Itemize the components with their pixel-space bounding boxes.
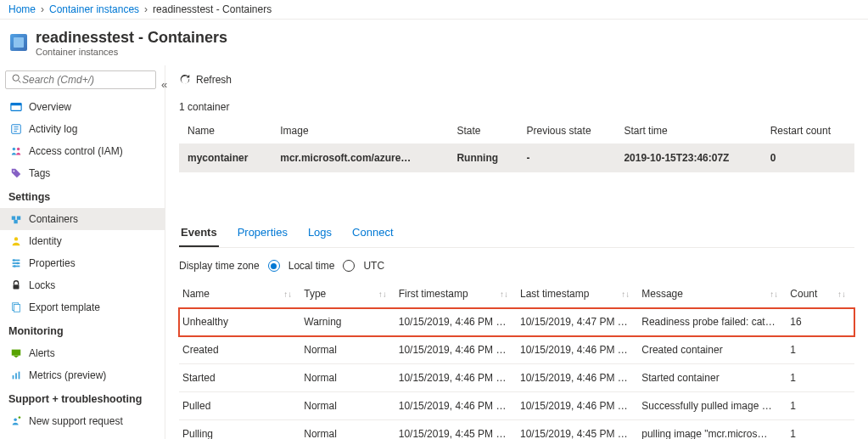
support-icon (10, 415, 22, 427)
event-cell-message: Readiness probe failed: cat… (638, 308, 787, 336)
event-row[interactable]: UnhealthyWarning10/15/2019, 4:46 PM PDT1… (179, 308, 854, 336)
event-row[interactable]: PullingNormal10/15/2019, 4:45 PM PDT10/1… (179, 420, 854, 440)
sidebar-item-overview[interactable]: Overview (0, 96, 165, 118)
event-cell-count: 1 (787, 420, 854, 440)
event-row[interactable]: StartedNormal10/15/2019, 4:46 PM PDT10/1… (179, 364, 854, 392)
svg-point-8 (13, 148, 16, 151)
sidebar-item-identity[interactable]: Identity (0, 230, 165, 252)
sidebar-item-label: New support request (29, 415, 123, 427)
cell-name: mycontainer (179, 144, 272, 172)
col-name[interactable]: Name (179, 118, 272, 144)
sidebar-item-label: Tags (29, 167, 50, 179)
sidebar-item-label: Overview (29, 101, 71, 113)
tab-events[interactable]: Events (179, 219, 219, 247)
sidebar-item-export-template[interactable]: Export template (0, 296, 165, 318)
event-cell-type: Normal (300, 336, 395, 364)
export-template-icon (10, 301, 22, 313)
cell-image: mcr.microsoft.com/azure… (272, 144, 448, 172)
tab-connect[interactable]: Connect (350, 219, 395, 247)
refresh-button[interactable]: Refresh (179, 74, 854, 101)
refresh-label: Refresh (196, 74, 232, 86)
sort-icon: ↑↓ (283, 290, 292, 299)
breadcrumb-current: readinesstest - Containers (153, 3, 272, 15)
event-cell-name: Created (179, 336, 300, 364)
svg-point-14 (14, 237, 18, 240)
svg-point-28 (14, 419, 17, 422)
event-cell-last: 10/15/2019, 4:46 PM PDT (517, 392, 638, 420)
sort-icon: ↑↓ (770, 290, 778, 299)
svg-point-20 (14, 265, 16, 267)
identity-icon (10, 235, 22, 247)
cell-start: 2019-10-15T23:46:07Z (615, 144, 761, 172)
event-cell-count: 16 (787, 308, 854, 336)
ecol-name[interactable]: Name↑↓ (179, 280, 300, 308)
sidebar-section-settings: Settings (0, 184, 165, 208)
sort-icon: ↑↓ (500, 290, 508, 299)
svg-rect-27 (19, 372, 20, 380)
radio-utc[interactable] (343, 260, 355, 272)
event-cell-message: Started container (638, 364, 787, 392)
event-cell-first: 10/15/2019, 4:46 PM PDT (395, 308, 517, 336)
event-cell-count: 1 (787, 364, 854, 392)
cell-state: Running (448, 144, 518, 172)
svg-point-9 (17, 148, 20, 151)
cell-prev: - (518, 144, 616, 172)
ecol-type[interactable]: Type↑↓ (300, 280, 395, 308)
event-row[interactable]: PulledNormal10/15/2019, 4:46 PM PDT10/15… (179, 392, 854, 420)
sidebar-item-label: Export template (29, 301, 100, 313)
event-row[interactable]: CreatedNormal10/15/2019, 4:46 PM PDT10/1… (179, 336, 854, 364)
metrics-icon (10, 369, 22, 381)
search-input[interactable] (22, 74, 150, 86)
sidebar-item-label: Properties (29, 257, 76, 269)
ecol-first[interactable]: First timestamp↑↓ (395, 280, 517, 308)
event-cell-type: Normal (300, 392, 395, 420)
event-cell-last: 10/15/2019, 4:47 PM PDT (517, 308, 638, 336)
col-restart-count[interactable]: Restart count (762, 118, 854, 144)
sidebar-item-label: Activity log (29, 123, 77, 135)
breadcrumb-home[interactable]: Home (8, 3, 36, 15)
resource-type-label: Container instances (36, 47, 227, 57)
svg-rect-21 (14, 284, 20, 289)
container-count-label: 1 container (179, 101, 854, 113)
tab-logs[interactable]: Logs (306, 219, 333, 247)
access-control-icon (10, 145, 22, 157)
event-cell-type: Normal (300, 420, 395, 440)
tab-properties[interactable]: Properties (236, 219, 289, 247)
ecol-count[interactable]: Count↑↓ (787, 280, 854, 308)
sidebar-item-properties[interactable]: Properties (0, 252, 165, 274)
chevron-right-icon: › (144, 3, 148, 15)
sidebar-item-locks[interactable]: Locks (0, 274, 165, 296)
container-row[interactable]: mycontainer mcr.microsoft.com/azure… Run… (179, 144, 854, 172)
ecol-message[interactable]: Message↑↓ (638, 280, 787, 308)
event-cell-count: 1 (787, 336, 854, 364)
cell-restart: 0 (762, 144, 854, 172)
col-image[interactable]: Image (272, 118, 448, 144)
col-start-time[interactable]: Start time (615, 118, 761, 144)
col-state[interactable]: State (448, 118, 518, 144)
sidebar-item-containers[interactable]: Containers (0, 208, 165, 230)
sidebar-item-tags[interactable]: Tags (0, 162, 165, 184)
sidebar-search[interactable] (5, 70, 156, 89)
sidebar-item-metrics[interactable]: Metrics (preview) (0, 364, 165, 386)
sort-icon: ↑↓ (378, 290, 387, 299)
sidebar-item-label: Locks (29, 279, 55, 291)
sidebar-item-label: Metrics (preview) (29, 369, 106, 381)
col-prev-state[interactable]: Previous state (518, 118, 616, 144)
radio-local-time[interactable] (268, 260, 280, 272)
svg-rect-11 (12, 217, 15, 220)
activity-log-icon (10, 123, 22, 135)
event-cell-first: 10/15/2019, 4:46 PM PDT (395, 392, 517, 420)
sidebar-section-support: Support + troubleshooting (0, 386, 165, 410)
svg-point-18 (13, 259, 15, 262)
sidebar-item-label: Access control (IAM) (29, 145, 123, 157)
svg-rect-26 (15, 373, 17, 379)
breadcrumb-level1[interactable]: Container instances (49, 3, 139, 15)
timezone-label: Display time zone (179, 260, 260, 272)
sidebar-item-access-control[interactable]: Access control (IAM) (0, 140, 165, 162)
ecol-last[interactable]: Last timestamp↑↓ (517, 280, 638, 308)
overview-icon (10, 101, 22, 113)
sidebar-item-alerts[interactable]: Alerts (0, 342, 165, 364)
sidebar-item-new-support-request[interactable]: New support request (0, 410, 165, 432)
sidebar-item-activity-log[interactable]: Activity log (0, 118, 165, 140)
svg-rect-13 (14, 220, 17, 223)
